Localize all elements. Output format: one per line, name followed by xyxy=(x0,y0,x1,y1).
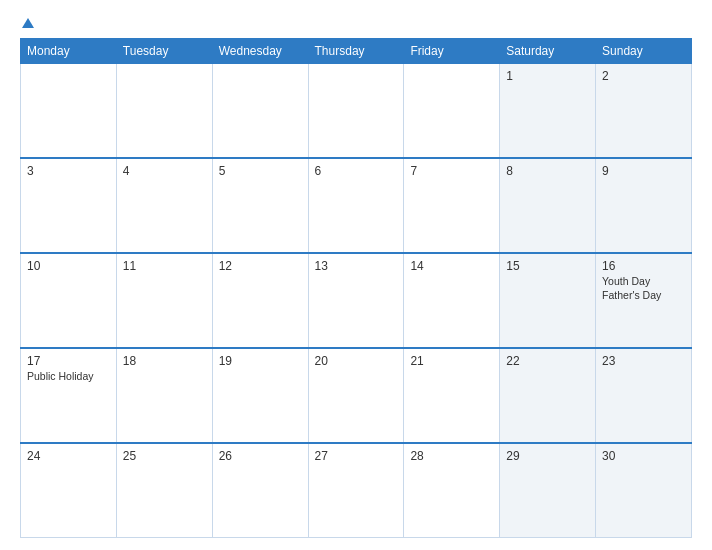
day-number: 14 xyxy=(410,259,493,273)
calendar-cell: 20 xyxy=(308,348,404,443)
calendar-cell: 28 xyxy=(404,443,500,538)
calendar-table: Monday Tuesday Wednesday Thursday Friday… xyxy=(20,38,692,538)
day-number: 20 xyxy=(315,354,398,368)
calendar-cell: 21 xyxy=(404,348,500,443)
day-number: 28 xyxy=(410,449,493,463)
calendar-header-row: Monday Tuesday Wednesday Thursday Friday… xyxy=(21,39,692,64)
calendar-cell: 5 xyxy=(212,158,308,253)
event-label: Father's Day xyxy=(602,289,685,303)
day-number: 4 xyxy=(123,164,206,178)
calendar-cell: 19 xyxy=(212,348,308,443)
calendar-cell xyxy=(21,64,117,159)
day-number: 1 xyxy=(506,69,589,83)
day-number: 26 xyxy=(219,449,302,463)
day-number: 8 xyxy=(506,164,589,178)
calendar-cell: 26 xyxy=(212,443,308,538)
calendar-cell: 12 xyxy=(212,253,308,348)
day-number: 30 xyxy=(602,449,685,463)
col-saturday: Saturday xyxy=(500,39,596,64)
calendar-cell: 9 xyxy=(596,158,692,253)
day-number: 2 xyxy=(602,69,685,83)
calendar-cell: 18 xyxy=(116,348,212,443)
calendar-cell: 17Public Holiday xyxy=(21,348,117,443)
calendar-cell: 6 xyxy=(308,158,404,253)
calendar-cell xyxy=(308,64,404,159)
calendar-cell: 25 xyxy=(116,443,212,538)
day-number: 29 xyxy=(506,449,589,463)
calendar-cell: 10 xyxy=(21,253,117,348)
calendar-cell xyxy=(212,64,308,159)
calendar-row: 12 xyxy=(21,64,692,159)
day-number: 21 xyxy=(410,354,493,368)
calendar-row: 17Public Holiday181920212223 xyxy=(21,348,692,443)
calendar-cell: 30 xyxy=(596,443,692,538)
calendar-header xyxy=(20,18,692,28)
day-number: 19 xyxy=(219,354,302,368)
logo xyxy=(20,18,34,28)
day-number: 13 xyxy=(315,259,398,273)
col-thursday: Thursday xyxy=(308,39,404,64)
day-number: 7 xyxy=(410,164,493,178)
calendar-body: 12345678910111213141516Youth DayFather's… xyxy=(21,64,692,538)
day-number: 11 xyxy=(123,259,206,273)
calendar-cell: 27 xyxy=(308,443,404,538)
day-number: 18 xyxy=(123,354,206,368)
calendar-cell: 1 xyxy=(500,64,596,159)
day-number: 12 xyxy=(219,259,302,273)
col-tuesday: Tuesday xyxy=(116,39,212,64)
day-number: 24 xyxy=(27,449,110,463)
calendar-cell: 8 xyxy=(500,158,596,253)
day-number: 22 xyxy=(506,354,589,368)
calendar-cell: 2 xyxy=(596,64,692,159)
day-number: 10 xyxy=(27,259,110,273)
calendar-cell: 16Youth DayFather's Day xyxy=(596,253,692,348)
col-sunday: Sunday xyxy=(596,39,692,64)
calendar-cell: 7 xyxy=(404,158,500,253)
calendar-row: 10111213141516Youth DayFather's Day xyxy=(21,253,692,348)
calendar-cell: 11 xyxy=(116,253,212,348)
calendar-cell: 13 xyxy=(308,253,404,348)
day-number: 6 xyxy=(315,164,398,178)
calendar-cell: 15 xyxy=(500,253,596,348)
day-number: 5 xyxy=(219,164,302,178)
calendar-cell: 23 xyxy=(596,348,692,443)
day-number: 17 xyxy=(27,354,110,368)
calendar-row: 3456789 xyxy=(21,158,692,253)
calendar-cell xyxy=(404,64,500,159)
day-number: 16 xyxy=(602,259,685,273)
event-label: Public Holiday xyxy=(27,370,110,384)
logo-triangle-icon xyxy=(22,18,34,28)
col-friday: Friday xyxy=(404,39,500,64)
calendar-cell: 22 xyxy=(500,348,596,443)
calendar-row: 24252627282930 xyxy=(21,443,692,538)
calendar-cell: 24 xyxy=(21,443,117,538)
calendar-page: Monday Tuesday Wednesday Thursday Friday… xyxy=(0,0,712,550)
day-number: 25 xyxy=(123,449,206,463)
calendar-cell: 3 xyxy=(21,158,117,253)
day-number: 15 xyxy=(506,259,589,273)
calendar-cell: 4 xyxy=(116,158,212,253)
day-number: 3 xyxy=(27,164,110,178)
calendar-cell: 29 xyxy=(500,443,596,538)
day-number: 23 xyxy=(602,354,685,368)
calendar-cell: 14 xyxy=(404,253,500,348)
day-number: 9 xyxy=(602,164,685,178)
col-wednesday: Wednesday xyxy=(212,39,308,64)
event-label: Youth Day xyxy=(602,275,685,289)
calendar-cell xyxy=(116,64,212,159)
day-number: 27 xyxy=(315,449,398,463)
col-monday: Monday xyxy=(21,39,117,64)
